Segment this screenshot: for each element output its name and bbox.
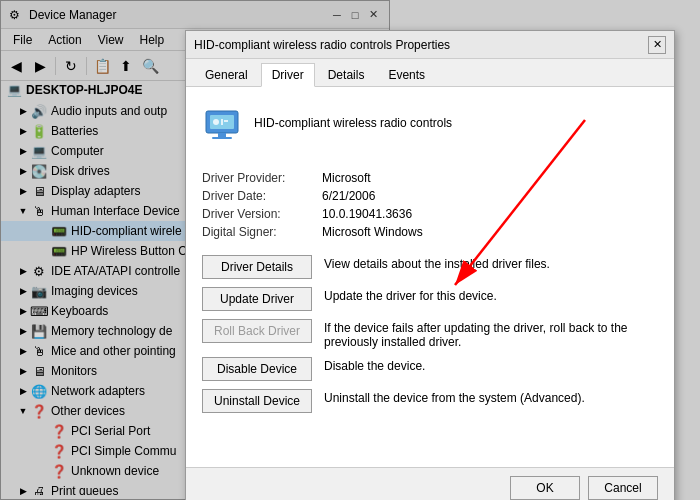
ok-button[interactable]: OK — [510, 476, 580, 500]
uninstall-device-desc: Uninstall the device from the system (Ad… — [324, 389, 658, 405]
svg-rect-2 — [218, 133, 226, 137]
device-header: HID-compliant wireless radio controls — [202, 103, 658, 155]
driver-button-row-details: Driver Details View details about the in… — [202, 255, 658, 279]
rollback-driver-button[interactable]: Roll Back Driver — [202, 319, 312, 343]
driver-signer-value: Microsoft Windows — [322, 225, 423, 239]
properties-dialog: HID-compliant wireless radio controls Pr… — [185, 30, 675, 500]
svg-point-4 — [213, 119, 219, 125]
update-driver-desc: Update the driver for this device. — [324, 287, 658, 303]
tab-details[interactable]: Details — [317, 63, 376, 86]
driver-provider-label: Driver Provider: — [202, 171, 322, 185]
update-driver-button[interactable]: Update Driver — [202, 287, 312, 311]
driver-date-label: Driver Date: — [202, 189, 322, 203]
tab-events[interactable]: Events — [377, 63, 436, 86]
driver-info-table: Driver Provider: Microsoft Driver Date: … — [202, 171, 658, 239]
tab-general[interactable]: General — [194, 63, 259, 86]
device-icon — [202, 103, 242, 143]
driver-button-row-rollback: Roll Back Driver If the device fails aft… — [202, 319, 658, 349]
device-name: HID-compliant wireless radio controls — [254, 116, 452, 130]
dialog-title: HID-compliant wireless radio controls Pr… — [194, 38, 450, 52]
driver-row-signer: Digital Signer: Microsoft Windows — [202, 225, 658, 239]
driver-version-label: Driver Version: — [202, 207, 322, 221]
driver-row-version: Driver Version: 10.0.19041.3636 — [202, 207, 658, 221]
disable-device-desc: Disable the device. — [324, 357, 658, 373]
dialog-title-bar: HID-compliant wireless radio controls Pr… — [186, 31, 674, 59]
disable-device-button[interactable]: Disable Device — [202, 357, 312, 381]
tab-driver[interactable]: Driver — [261, 63, 315, 87]
driver-button-row-uninstall: Uninstall Device Uninstall the device fr… — [202, 389, 658, 413]
dialog-footer: OK Cancel — [186, 467, 674, 500]
driver-details-button[interactable]: Driver Details — [202, 255, 312, 279]
driver-details-desc: View details about the installed driver … — [324, 255, 658, 271]
dialog-tabs: General Driver Details Events — [186, 59, 674, 87]
driver-row-date: Driver Date: 6/21/2006 — [202, 189, 658, 203]
uninstall-device-button[interactable]: Uninstall Device — [202, 389, 312, 413]
dialog-content: HID-compliant wireless radio controls Dr… — [186, 87, 674, 467]
driver-provider-value: Microsoft — [322, 171, 371, 185]
rollback-driver-desc: If the device fails after updating the d… — [324, 319, 658, 349]
dialog-close-button[interactable]: ✕ — [648, 36, 666, 54]
driver-button-row-disable: Disable Device Disable the device. — [202, 357, 658, 381]
driver-version-value: 10.0.19041.3636 — [322, 207, 412, 221]
driver-signer-label: Digital Signer: — [202, 225, 322, 239]
cancel-button[interactable]: Cancel — [588, 476, 658, 500]
driver-button-row-update: Update Driver Update the driver for this… — [202, 287, 658, 311]
svg-rect-3 — [212, 137, 232, 139]
driver-buttons: Driver Details View details about the in… — [202, 255, 658, 413]
driver-row-provider: Driver Provider: Microsoft — [202, 171, 658, 185]
driver-date-value: 6/21/2006 — [322, 189, 375, 203]
